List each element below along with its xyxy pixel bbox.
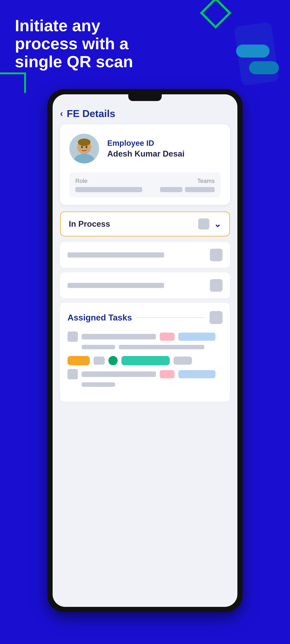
employee-id-label: Employee ID: [107, 139, 185, 148]
avatar: [69, 134, 99, 164]
tag-gray-sm: [173, 356, 192, 365]
task-row-2-bottom: [68, 382, 222, 387]
tasks-divider: [136, 317, 205, 318]
task-1-sub-bar-2: [119, 345, 204, 349]
list-item-1-bar: [68, 252, 164, 258]
back-button[interactable]: ‹: [60, 109, 63, 118]
role-group: Role: [75, 178, 142, 192]
status-right: ⌄: [198, 218, 221, 230]
task-1-priority-badge: [160, 332, 175, 341]
task-2-priority-badge: [160, 370, 175, 378]
tag-teal: [121, 356, 170, 365]
svg-point-5: [86, 146, 87, 148]
list-item-2-content: [68, 283, 164, 288]
employee-card: Employee ID Adesh Kumar Desai Role Teams: [60, 124, 230, 205]
teams-group: Teams: [160, 178, 215, 192]
hero-title: Initiate any process with a single QR sc…: [15, 17, 141, 70]
task-2-status-badge: [178, 370, 215, 378]
task-1-status-badge: [178, 332, 215, 341]
add-task-button[interactable]: [209, 311, 222, 324]
role-label: Role: [75, 178, 142, 184]
task-row-1: [68, 332, 222, 349]
employee-name: Adesh Kumar Desai: [107, 149, 185, 158]
role-value-bar: [75, 187, 142, 192]
screen-content: ‹ FE Details: [53, 101, 237, 417]
phone-screen: ‹ FE Details: [53, 94, 237, 607]
bg-chat-bubble-1: [236, 44, 269, 58]
task-2-sub-bar-1: [82, 382, 115, 387]
assigned-tasks-title: Assigned Tasks: [68, 312, 132, 322]
list-item-2-icon: [210, 279, 222, 292]
task-1-sub-bar-1: [82, 345, 115, 349]
list-item-1-content: [68, 252, 164, 258]
task-row-2-top: [68, 369, 222, 380]
list-item-1-icon: [210, 249, 222, 261]
page-title: FE Details: [67, 108, 115, 119]
phone-mockup: ‹ FE Details: [47, 89, 243, 612]
svg-point-3: [78, 138, 91, 146]
status-icon: [198, 218, 209, 230]
status-value: In Process: [69, 219, 110, 228]
task-2-checkbox[interactable]: [68, 369, 78, 380]
tag-orange: [68, 356, 90, 365]
status-dropdown[interactable]: In Process ⌄: [60, 212, 230, 236]
task-1-checkbox[interactable]: [68, 332, 78, 342]
team-bar-1: [160, 187, 182, 192]
task-row-1-top: [68, 332, 222, 342]
assigned-tasks-section: Assigned Tasks: [60, 303, 230, 402]
phone-notch: [128, 94, 162, 101]
tag-green-dot: [108, 356, 118, 365]
task-row-2: [68, 369, 222, 387]
employee-details: Employee ID Adesh Kumar Desai: [107, 139, 185, 158]
chevron-down-icon: ⌄: [214, 219, 221, 229]
task-2-title-bar: [82, 372, 156, 377]
bg-chat-bubble-2: [249, 61, 279, 74]
list-item-2-bar: [68, 283, 164, 288]
list-item-1[interactable]: [60, 242, 230, 268]
list-item-2[interactable]: [60, 272, 230, 298]
employee-info: Employee ID Adesh Kumar Desai: [69, 134, 221, 164]
tag-small-gray: [94, 356, 105, 365]
task-row-colored: [68, 356, 222, 365]
bg-corner-bracket-decoration: [0, 72, 26, 93]
phone-outer-frame: ‹ FE Details: [47, 89, 243, 612]
task-row-1-bottom: [68, 345, 222, 349]
teams-bars: [160, 187, 215, 192]
svg-point-4: [81, 146, 83, 148]
employee-meta: Role Teams: [69, 172, 221, 198]
task-1-title-bar: [82, 334, 156, 340]
team-bar-2: [185, 187, 215, 192]
bg-diamond-decoration: [200, 0, 231, 29]
page-header: ‹ FE Details: [60, 101, 230, 124]
teams-label: Teams: [197, 178, 215, 184]
assigned-tasks-header: Assigned Tasks: [68, 311, 222, 324]
